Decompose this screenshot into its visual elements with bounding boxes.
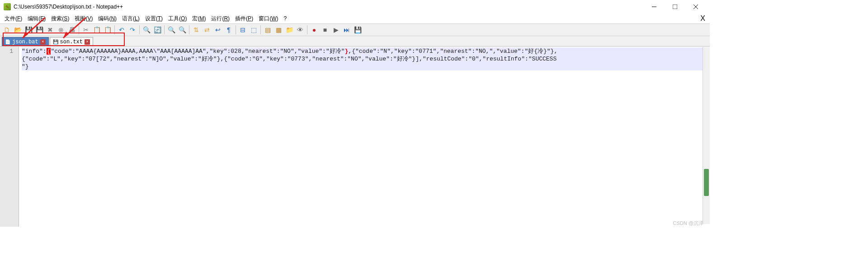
menu-p[interactable]: 插件(P) [232,14,256,23]
window-controls [644,0,706,14]
tab-label: json.bat [12,39,38,45]
toolbar-separator [139,25,140,34]
code-content[interactable]: "info":{"code":"AAAA{AAAAAA}AAAA,AAAA\"A… [19,47,710,227]
vertical-scrollbar[interactable] [703,47,710,224]
play-multi-icon[interactable]: ⏭ [342,25,352,35]
redo-icon[interactable]: ↷ [127,25,137,35]
tab-label: son.txt [60,39,83,45]
toolbar: 🗋📂💾💾✖⊗🖶✂📋📋↶↷🔍🔄🔍🔍⇅⇄↩¶⊟⬚▤▦📁👁●■▶⏭💾 [0,23,710,36]
wrap-icon[interactable]: ↩ [213,25,223,35]
close-window-button[interactable] [685,0,706,14]
tab-close-icon[interactable]: × [85,39,90,45]
folder-icon[interactable]: 📁 [284,25,294,35]
menu-n[interactable]: 编码(N) [95,14,119,23]
line-number: 1 [0,47,19,55]
replace-icon[interactable]: 🔄 [152,25,162,35]
copy-icon[interactable]: 📋 [92,25,102,35]
code-text: "} [22,63,29,70]
all-chars-icon[interactable]: ¶ [224,25,234,35]
menu-help[interactable]: ? [281,14,289,23]
menu-t[interactable]: 设置(T) [142,14,165,23]
menu-w[interactable]: 窗口(W) [256,14,281,23]
toolbar-separator [164,25,165,34]
minimize-button[interactable] [644,0,665,14]
window-title: C:\Users\59357\Desktop\json.txt - Notepa… [14,4,123,10]
code-text: ,{"code":"N","key":"0771","nearest":"NO,… [348,48,557,55]
tab-bar: 📄json.bat×💾son.txt× [0,36,710,46]
menu-f[interactable]: 文件(F) [2,14,25,23]
line-number-gutter: 1 [0,47,19,227]
close-all-icon[interactable]: ⊗ [56,25,66,35]
func-list-icon[interactable]: ▦ [274,25,283,35]
print-icon[interactable]: 🖶 [67,25,77,35]
brace-highlight-icon: { [47,48,51,55]
menu-m[interactable]: 宏(M) [189,14,208,23]
menubar-close-icon[interactable]: X [700,14,705,23]
tab-json-bat[interactable]: 📄json.bat× [2,37,49,46]
scrollbar-thumb[interactable] [704,169,709,196]
close-icon[interactable]: ✖ [45,25,55,35]
menu-e[interactable]: 编辑(E) [25,14,48,23]
svg-rect-1 [673,5,677,9]
maximize-button[interactable] [665,0,685,14]
file-icon: 📄 [5,39,10,45]
cut-icon[interactable]: ✂ [81,25,91,35]
toolbar-separator [260,25,261,34]
toolbar-separator [79,25,79,34]
sync-v-icon[interactable]: ⇅ [191,25,201,35]
menu-o[interactable]: 工具(O) [165,14,189,23]
tab-close-icon[interactable]: × [40,39,46,45]
code-text: "code":"AAAA{AAAAAA}AAAA,AAAA\"AAA[AAAAA… [51,48,344,55]
new-file-icon[interactable]: 🗋 [2,25,12,35]
open-file-icon[interactable]: 📂 [13,25,23,35]
menu-bar: 文件(F)编辑(E)搜索(S)视图(V)编码(N)语言(L)设置(T)工具(O)… [0,14,710,23]
indent-guide-icon[interactable]: ⊟ [238,25,248,35]
save-icon[interactable]: 💾 [24,25,33,35]
toolbar-separator [307,25,307,34]
tab-son-txt[interactable]: 💾son.txt× [50,37,93,46]
title-bar: C:\Users\59357\Desktop\json.txt - Notepa… [0,0,710,14]
zoom-out-icon[interactable]: 🔍 [177,25,187,35]
save-all-icon[interactable]: 💾 [34,25,44,35]
play-icon[interactable]: ▶ [331,25,341,35]
monitor-icon[interactable]: 👁 [295,25,305,35]
undo-icon[interactable]: ↶ [117,25,127,35]
lang-icon[interactable]: ⬚ [249,25,259,35]
zoom-in-icon[interactable]: 🔍 [166,25,176,35]
save-macro-icon[interactable]: 💾 [353,25,363,35]
menu-v[interactable]: 视图(V) [72,14,95,23]
paste-icon[interactable]: 📋 [103,25,113,35]
toolbar-separator [114,25,115,34]
menu-l[interactable]: 语言(L) [119,14,142,23]
stop-icon[interactable]: ■ [320,25,330,35]
doc-map-icon[interactable]: ▤ [263,25,273,35]
toolbar-separator [189,25,189,34]
app-icon [4,3,11,10]
watermark-text: CSDN @沉泽 [673,220,703,227]
menu-r[interactable]: 运行(R) [208,14,232,23]
code-text: {"code":"L","key":"07[72","nearest":"N]O… [22,56,557,62]
menu-s[interactable]: 搜索(S) [48,14,72,23]
save-icon: 💾 [53,39,58,45]
record-icon[interactable]: ● [309,25,319,35]
editor-area[interactable]: 1 "info":{"code":"AAAA{AAAAAA}AAAA,AAAA\… [0,46,710,227]
code-text: "info": [22,48,47,55]
sync-h-icon[interactable]: ⇄ [202,25,212,35]
toolbar-separator [236,25,236,34]
find-icon[interactable]: 🔍 [142,25,151,35]
